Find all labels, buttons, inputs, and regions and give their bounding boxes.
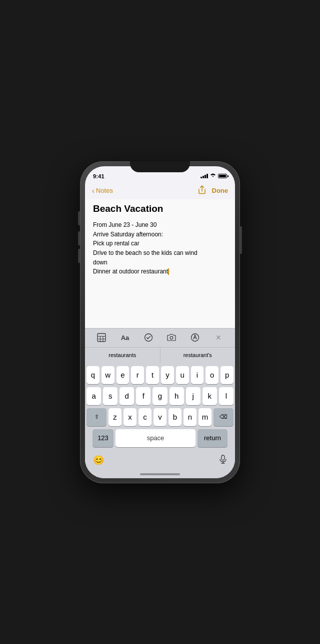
- key-b[interactable]: b: [168, 408, 182, 426]
- key-f[interactable]: f: [136, 387, 150, 405]
- status-icons: [200, 173, 227, 179]
- key-t[interactable]: t: [146, 366, 159, 384]
- svg-point-6: [170, 337, 173, 340]
- numbers-key[interactable]: 123: [92, 429, 114, 447]
- keyboard-row-3: ⇧ z x c v b n m ⌫: [86, 408, 234, 426]
- close-icon: ✕: [216, 334, 222, 342]
- key-s[interactable]: s: [103, 387, 118, 405]
- battery-icon: [218, 174, 227, 178]
- nav-bar: ‹ Notes Done: [85, 182, 235, 199]
- format-label: Aa: [121, 334, 130, 342]
- key-i[interactable]: i: [191, 366, 204, 384]
- notch: [130, 161, 190, 172]
- note-title: Beach Vacation: [93, 203, 227, 215]
- return-key[interactable]: return: [198, 429, 228, 447]
- svg-point-5: [144, 334, 152, 342]
- key-j[interactable]: j: [186, 387, 200, 405]
- key-u[interactable]: u: [176, 366, 189, 384]
- note-line-4: Drive to the beach so the kids can wind: [93, 249, 198, 256]
- space-key[interactable]: space: [116, 429, 196, 447]
- emoji-button[interactable]: 😊: [93, 455, 104, 466]
- key-c[interactable]: c: [138, 408, 152, 426]
- key-d[interactable]: d: [120, 387, 134, 405]
- key-a[interactable]: a: [86, 387, 101, 405]
- svg-rect-9: [222, 455, 224, 460]
- format-text-button[interactable]: Aa: [118, 331, 132, 345]
- note-line-6: Dinner at outdoor restaurant: [93, 268, 168, 275]
- toolbar-close-button[interactable]: ✕: [212, 331, 226, 345]
- note-line-3: Pick up rental car: [93, 240, 140, 247]
- key-h[interactable]: h: [170, 387, 184, 405]
- keyboard-row-4: 123 space return: [86, 429, 234, 447]
- key-m[interactable]: m: [198, 408, 212, 426]
- signal-icon: [200, 174, 208, 178]
- key-v[interactable]: v: [154, 408, 166, 426]
- microphone-button[interactable]: [219, 455, 227, 466]
- note-content-area[interactable]: Beach Vacation From June 23 - June 30 Ar…: [85, 199, 235, 328]
- shift-key[interactable]: ⇧: [86, 408, 106, 426]
- chevron-left-icon: ‹: [92, 186, 94, 195]
- status-time: 9:41: [93, 173, 104, 179]
- wifi-icon: [210, 173, 216, 179]
- camera-button[interactable]: [164, 331, 178, 345]
- key-p[interactable]: p: [220, 366, 234, 384]
- keyboard-row-2: a s d f g h j k l: [86, 387, 234, 405]
- note-body[interactable]: From June 23 - June 30 Arrive Saturday a…: [93, 220, 227, 276]
- phone-screen: 9:41: [85, 166, 235, 478]
- keyboard-row-1: q w e r t y u i o p: [86, 366, 234, 384]
- svg-rect-0: [98, 334, 106, 342]
- formatting-toolbar: Aa ✕: [85, 328, 235, 347]
- markup-button[interactable]: [188, 331, 202, 345]
- key-w[interactable]: w: [102, 366, 114, 384]
- autocomplete-item-2[interactable]: restaurant's: [160, 348, 236, 363]
- bottom-bar: 😊: [85, 452, 235, 470]
- share-button[interactable]: [198, 185, 206, 196]
- key-y[interactable]: y: [161, 366, 174, 384]
- key-n[interactable]: n: [184, 408, 196, 426]
- checklist-button[interactable]: [142, 331, 156, 345]
- note-line-1: From June 23 - June 30: [93, 221, 156, 228]
- home-bar: [140, 473, 180, 475]
- back-button[interactable]: ‹ Notes: [92, 186, 113, 195]
- key-g[interactable]: g: [152, 387, 167, 405]
- back-label: Notes: [96, 187, 113, 194]
- home-indicator: [85, 470, 235, 478]
- autocomplete-bar: restaurants restaurant's: [85, 347, 235, 363]
- key-r[interactable]: r: [131, 366, 144, 384]
- delete-key[interactable]: ⌫: [214, 408, 234, 426]
- text-cursor: [168, 268, 169, 275]
- key-o[interactable]: o: [206, 366, 218, 384]
- nav-right-actions: Done: [198, 185, 228, 196]
- note-line-2: Arrive Saturday afternoon:: [93, 231, 163, 238]
- autocomplete-item-1[interactable]: restaurants: [85, 348, 160, 363]
- table-button[interactable]: [94, 331, 108, 345]
- key-q[interactable]: q: [86, 366, 100, 384]
- note-line-5: down: [93, 259, 108, 266]
- keyboard: q w e r t y u i o p a s d f g h j k: [85, 363, 235, 452]
- phone-frame: 9:41: [80, 161, 240, 483]
- key-x[interactable]: x: [124, 408, 136, 426]
- key-e[interactable]: e: [116, 366, 130, 384]
- done-button[interactable]: Done: [212, 187, 228, 194]
- key-l[interactable]: l: [219, 387, 234, 405]
- key-k[interactable]: k: [202, 387, 217, 405]
- key-z[interactable]: z: [108, 408, 122, 426]
